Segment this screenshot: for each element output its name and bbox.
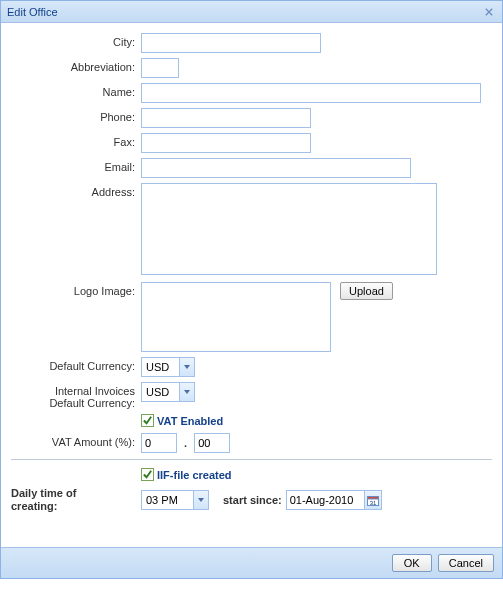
fax-input[interactable] [141, 133, 311, 153]
close-button[interactable] [482, 5, 496, 19]
ok-button[interactable]: OK [392, 554, 432, 572]
iif-created-label: IIF-file created [157, 469, 232, 481]
start-since-trigger[interactable]: 31 [364, 490, 382, 510]
phone-input[interactable] [141, 108, 311, 128]
email-label: Email: [11, 158, 141, 173]
default-currency-label: Default Currency: [11, 357, 141, 372]
name-input[interactable] [141, 83, 481, 103]
address-textarea[interactable] [141, 183, 437, 275]
decimal-separator: . [180, 437, 191, 449]
phone-label: Phone: [11, 108, 141, 123]
internal-invoices-currency-trigger[interactable] [179, 382, 195, 402]
window-title: Edit Office [7, 6, 58, 18]
vat-amount-dec-input[interactable] [194, 433, 230, 453]
upload-button[interactable]: Upload [340, 282, 393, 300]
vat-amount-label: VAT Amount (%): [11, 433, 141, 448]
abbreviation-label: Abbreviation: [11, 58, 141, 73]
fax-label: Fax: [11, 133, 141, 148]
chevron-down-icon [198, 498, 204, 502]
default-currency-combo[interactable] [141, 357, 195, 377]
section-divider [11, 459, 492, 460]
check-icon [142, 469, 153, 480]
calendar-icon: 31 [367, 495, 379, 506]
titlebar: Edit Office [1, 1, 502, 23]
dialog-body: City: Abbreviation: Name: Phone: Fax: Em… [1, 23, 502, 517]
city-label: City: [11, 33, 141, 48]
daily-time-input[interactable] [141, 490, 193, 510]
iif-created-checkbox[interactable] [141, 468, 154, 481]
vat-amount-int-input[interactable] [141, 433, 177, 453]
daily-time-trigger[interactable] [193, 490, 209, 510]
edit-office-dialog: Edit Office City: Abbreviation: Name: Ph… [0, 0, 503, 579]
check-icon [142, 415, 153, 426]
vat-enabled-label: VAT Enabled [157, 415, 223, 427]
internal-invoices-currency-input[interactable] [141, 382, 179, 402]
svg-text:31: 31 [369, 499, 376, 505]
internal-invoices-currency-combo[interactable] [141, 382, 195, 402]
address-label: Address: [11, 183, 141, 198]
daily-time-label: Daily time of creating: [11, 487, 141, 513]
chevron-down-icon [184, 365, 190, 369]
start-since-datefield[interactable]: 31 [286, 490, 382, 510]
internal-invoices-currency-label: Internal Invoices Default Currency: [11, 382, 141, 409]
chevron-down-icon [184, 390, 190, 394]
cancel-button[interactable]: Cancel [438, 554, 494, 572]
default-currency-trigger[interactable] [179, 357, 195, 377]
logo-preview [141, 282, 331, 352]
vat-enabled-checkbox[interactable] [141, 414, 154, 427]
close-icon [485, 8, 493, 16]
email-input[interactable] [141, 158, 411, 178]
abbreviation-input[interactable] [141, 58, 179, 78]
default-currency-input[interactable] [141, 357, 179, 377]
name-label: Name: [11, 83, 141, 98]
daily-time-combo[interactable] [141, 490, 209, 510]
start-since-input[interactable] [286, 490, 364, 510]
start-since-label: start since: [223, 494, 282, 506]
city-input[interactable] [141, 33, 321, 53]
logo-label: Logo Image: [11, 282, 141, 297]
dialog-footer: OK Cancel [1, 547, 502, 578]
